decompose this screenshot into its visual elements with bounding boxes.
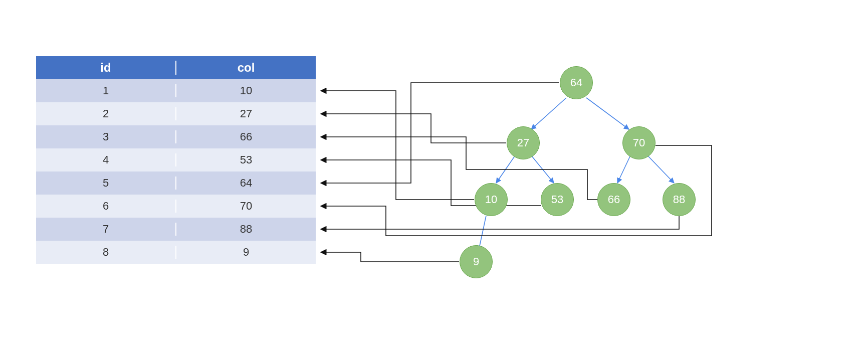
tree-node-l: 27 (507, 126, 540, 159)
svg-line-1 (586, 98, 629, 129)
col-header-id: id (36, 61, 176, 75)
pointer-edges (321, 83, 712, 262)
tree-node-rr: 88 (663, 183, 696, 216)
cell-col: 64 (176, 177, 316, 190)
svg-line-4 (617, 155, 630, 183)
tree-node-lll: 9 (460, 245, 493, 278)
table-row: 7 88 (36, 218, 316, 241)
data-table: id col 1 10 2 27 3 66 4 53 5 64 6 70 7 8 (36, 56, 316, 264)
cell-col: 10 (176, 84, 316, 97)
tree-node-r: 70 (622, 126, 656, 159)
table-row: 4 53 (36, 148, 316, 171)
cell-id: 7 (36, 223, 176, 236)
table-row: 5 64 (36, 171, 316, 195)
cell-col: 66 (176, 130, 316, 143)
node-label: 10 (485, 193, 497, 206)
cell-id: 5 (36, 177, 176, 190)
cell-id: 1 (36, 84, 176, 97)
node-label: 88 (673, 193, 685, 206)
table-header: id col (36, 56, 316, 79)
table-row: 2 27 (36, 102, 316, 125)
cell-col: 70 (176, 200, 316, 213)
table-row: 8 9 (36, 241, 316, 264)
cell-id: 3 (36, 130, 176, 143)
node-label: 27 (517, 136, 529, 149)
tree-node-root: 64 (560, 66, 593, 99)
tree-edges (479, 98, 674, 251)
table-row: 6 70 (36, 195, 316, 218)
tree-node-lr: 53 (541, 183, 574, 216)
tree-node-rl: 66 (597, 183, 630, 216)
node-label: 66 (608, 193, 620, 206)
svg-line-5 (647, 155, 674, 183)
svg-line-0 (531, 98, 566, 129)
cell-id: 8 (36, 246, 176, 259)
node-label: 64 (570, 76, 582, 89)
cell-col: 53 (176, 153, 316, 166)
cell-id: 2 (36, 107, 176, 120)
cell-col: 27 (176, 107, 316, 120)
table-row: 3 66 (36, 125, 316, 148)
cell-col: 88 (176, 223, 316, 236)
cell-id: 6 (36, 200, 176, 213)
table-row: 1 10 (36, 79, 316, 102)
diagram-stage: id col 1 10 2 27 3 66 4 53 5 64 6 70 7 8 (0, 0, 868, 345)
cell-col: 9 (176, 246, 316, 259)
svg-line-2 (496, 155, 515, 183)
svg-line-3 (531, 155, 554, 183)
node-label: 9 (473, 255, 479, 268)
tree-node-ll: 10 (475, 183, 508, 216)
col-header-col: col (176, 61, 316, 75)
node-label: 70 (633, 136, 645, 149)
node-label: 53 (551, 193, 563, 206)
cell-id: 4 (36, 153, 176, 166)
